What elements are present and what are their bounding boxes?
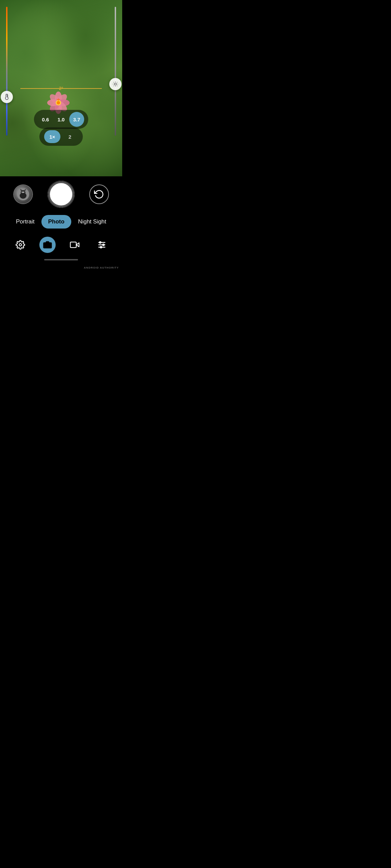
home-indicator [44, 259, 78, 260]
video-mode-button[interactable] [67, 237, 83, 253]
svg-point-34 [103, 244, 104, 246]
multiplier-2x[interactable]: 2 [62, 130, 78, 143]
mode-night-sight[interactable]: Night Sight [71, 215, 113, 229]
svg-point-16 [114, 83, 116, 85]
svg-point-26 [19, 244, 22, 246]
zoom-option-3-7[interactable]: 3.7 [69, 112, 84, 127]
svg-marker-28 [76, 243, 79, 247]
camera-mode-row: Portrait Photo Night Sight [0, 212, 122, 234]
photo-mode-button[interactable] [39, 237, 56, 253]
svg-point-9 [57, 101, 60, 104]
viewfinder[interactable]: 2° 0.6 1.0 3.7 1× 2 [0, 0, 122, 176]
bottom-nav [0, 234, 122, 257]
multiplier-1x[interactable]: 1× [44, 130, 60, 143]
svg-point-24 [22, 192, 23, 193]
shutter-button[interactable] [49, 182, 74, 207]
watermark: ANDROID AUTHORITY [84, 266, 119, 269]
temperature-slider[interactable] [6, 7, 7, 136]
bottom-controls: Portrait Photo Night Sight [0, 176, 122, 264]
temperature-slider-handle[interactable] [1, 91, 13, 103]
zoom-control-group[interactable]: 0.6 1.0 3.7 [34, 110, 88, 129]
svg-point-25 [24, 192, 24, 193]
brightness-slider[interactable] [115, 7, 116, 136]
horizon-level: 2° [20, 88, 102, 89]
zoom-option-0-6[interactable]: 0.6 [38, 112, 53, 127]
zoom-option-1-0[interactable]: 1.0 [54, 112, 69, 127]
mode-photo[interactable]: Photo [41, 215, 71, 229]
tilt-angle: 2° [58, 86, 64, 91]
brightness-slider-handle[interactable] [109, 78, 122, 90]
svg-point-33 [99, 242, 101, 243]
svg-point-35 [100, 246, 102, 248]
more-options-button[interactable] [94, 237, 110, 253]
multiplier-control-group[interactable]: 1× 2 [39, 127, 83, 146]
flip-camera-button[interactable] [89, 184, 109, 204]
mode-portrait[interactable]: Portrait [9, 215, 41, 229]
gallery-thumbnail[interactable] [13, 184, 33, 204]
svg-point-27 [46, 244, 49, 247]
settings-button[interactable] [12, 237, 29, 253]
svg-rect-29 [70, 242, 76, 248]
camera-controls-row [0, 182, 122, 207]
svg-point-19 [21, 190, 25, 195]
